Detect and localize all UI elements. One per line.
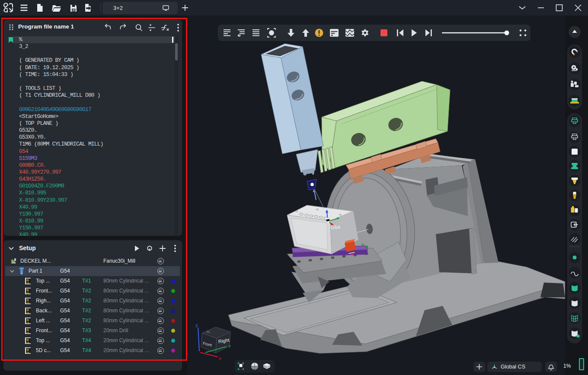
svg-text:Y: Y [228, 344, 231, 349]
svg-text:G: G [26, 338, 29, 341]
svg-text:G54: G54 [331, 225, 340, 230]
svg-text:G: G [26, 328, 29, 331]
svg-text:G: G [26, 279, 29, 282]
svg-text:G: G [26, 289, 29, 292]
svg-text:G: G [26, 348, 29, 351]
svg-text:G: G [26, 308, 29, 311]
svg-text:Z: Z [195, 324, 198, 328]
svg-text:X: X [219, 356, 221, 361]
svg-text:G: G [26, 318, 29, 321]
svg-text:G: G [26, 299, 29, 302]
